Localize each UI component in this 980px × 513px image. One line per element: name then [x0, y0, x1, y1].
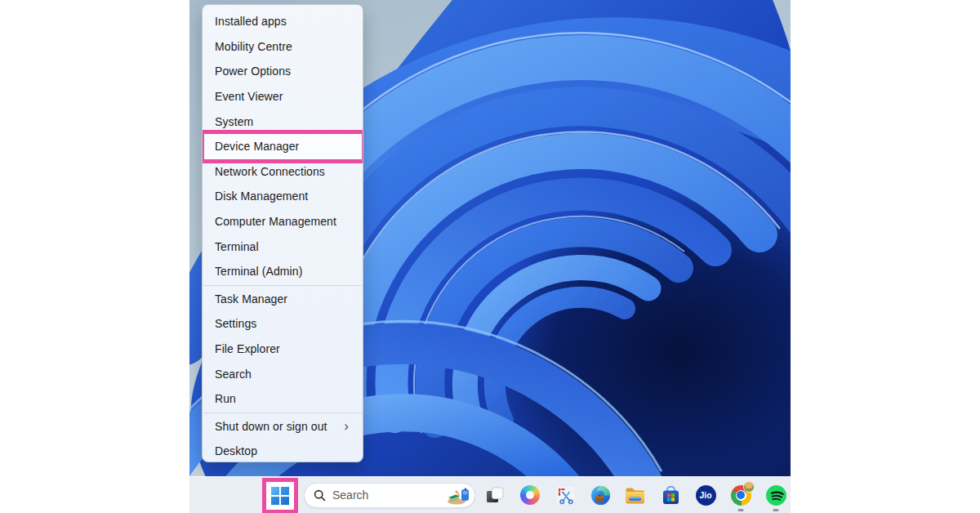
spotify-icon — [766, 485, 786, 506]
search-icon — [314, 489, 326, 502]
snipping-tool-icon — [555, 485, 576, 506]
menu-item-shut-down-or-sign-out[interactable]: Shut down or sign out › — [203, 414, 363, 439]
menu-item-device-manager[interactable]: Device Manager — [203, 134, 363, 159]
edge-icon — [590, 485, 611, 506]
chrome-icon — [731, 485, 751, 506]
running-indicator — [738, 509, 744, 511]
jio-button[interactable]: Jio — [695, 484, 716, 506]
running-indicator — [773, 509, 779, 511]
task-view-button[interactable] — [484, 484, 506, 506]
menu-item-search[interactable]: Search — [203, 361, 363, 386]
copilot-icon — [520, 485, 540, 505]
snipping-tool-button[interactable] — [555, 484, 576, 506]
menu-item-terminal[interactable]: Terminal — [203, 234, 363, 259]
chrome-profile-avatar — [743, 481, 755, 493]
file-explorer-icon — [625, 486, 646, 505]
start-button[interactable] — [266, 482, 294, 510]
chevron-right-icon: › — [344, 419, 349, 433]
menu-separator — [203, 413, 362, 413]
menu-item-settings[interactable]: Settings — [203, 311, 363, 337]
taskbar-search-box[interactable] — [304, 483, 475, 508]
menu-item-system[interactable]: System — [203, 109, 363, 134]
windows-logo-icon — [271, 487, 289, 505]
desktop-screenshot: Installed apps Mobility Centre Power Opt… — [189, 0, 791, 513]
menu-item-disk-management[interactable]: Disk Management — [203, 184, 363, 209]
annotation-highlight-box-start-button — [262, 478, 298, 513]
menu-separator — [203, 285, 362, 286]
menu-item-run[interactable]: Run — [203, 386, 363, 412]
menu-item-file-explorer[interactable]: File Explorer — [203, 337, 363, 362]
menu-item-desktop[interactable]: Desktop — [203, 439, 363, 462]
jio-icon: Jio — [696, 485, 716, 506]
menu-item-computer-management[interactable]: Computer Management — [203, 209, 363, 234]
menu-item-task-manager[interactable]: Task Manager — [203, 287, 363, 312]
taskbar: Jio — [189, 476, 791, 513]
edge-button[interactable] — [590, 484, 611, 506]
taskbar-icon-row: Jio — [484, 484, 786, 506]
menu-item-installed-apps[interactable]: Installed apps — [203, 9, 363, 34]
search-daily-illustration-icon — [446, 484, 470, 506]
copilot-button[interactable] — [519, 484, 541, 506]
task-view-icon — [485, 485, 505, 505]
search-input[interactable] — [332, 488, 446, 502]
menu-item-mobility-centre[interactable]: Mobility Centre — [203, 34, 363, 60]
microsoft-store-button[interactable] — [660, 484, 681, 506]
menu-item-power-options[interactable]: Power Options — [203, 59, 363, 84]
menu-item-event-viewer[interactable]: Event Viewer — [203, 84, 363, 109]
menu-item-network-connections[interactable]: Network Connections — [203, 159, 363, 185]
file-explorer-button[interactable] — [625, 484, 646, 506]
winx-context-menu: Installed apps Mobility Centre Power Opt… — [202, 4, 363, 462]
chrome-button[interactable] — [730, 484, 751, 506]
spotify-button[interactable] — [765, 484, 786, 506]
menu-item-terminal-admin[interactable]: Terminal (Admin) — [203, 259, 363, 284]
microsoft-store-icon — [661, 485, 681, 506]
